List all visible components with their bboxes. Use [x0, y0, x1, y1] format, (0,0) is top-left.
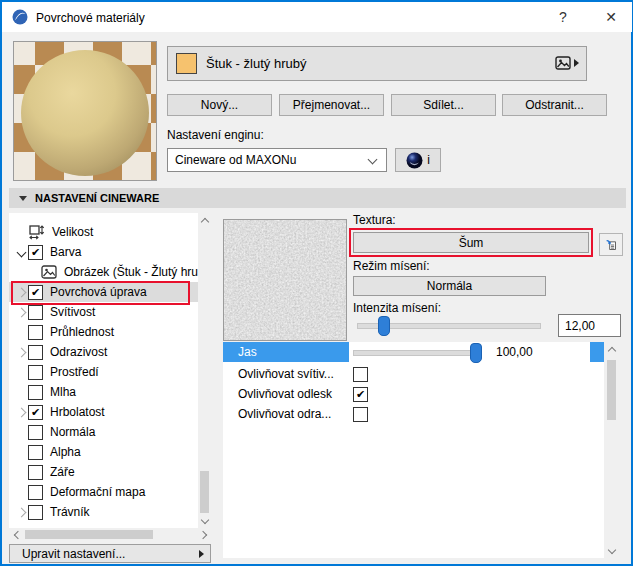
- tree-expander-icon[interactable]: [14, 309, 28, 316]
- edit-settings-button[interactable]: Upravit nastavení...: [9, 544, 211, 563]
- texture-shader-button[interactable]: Šum: [353, 232, 589, 253]
- property-label: Ovlivňovat odlesk: [238, 387, 332, 401]
- cineware-section-header[interactable]: NASTAVENÍ CINEWARE: [9, 188, 626, 208]
- property-checkbox-ovlivnovat-odrazivost[interactable]: [353, 407, 368, 422]
- tree-item-travnik[interactable]: Trávník: [9, 502, 198, 522]
- texture-property-list: Jas100,00Ovlivňovat svítiv...Ovlivňovat …: [223, 342, 604, 558]
- tree-item-label: Povrchová úprava: [50, 285, 147, 299]
- tree-checkbox-pruhlednost[interactable]: [28, 325, 43, 340]
- help-button[interactable]: ?: [542, 2, 584, 32]
- tree-horizontal-scrollbar[interactable]: [9, 528, 211, 541]
- texture-menu-button[interactable]: [599, 233, 623, 256]
- tree-checkbox-alpha[interactable]: [28, 445, 43, 460]
- texture-preview[interactable]: [223, 219, 347, 341]
- engine-settings-label: Nastavení enginu:: [167, 128, 264, 142]
- tree-item-obrazek[interactable]: Obrázek (Štuk - Žlutý hru: [9, 262, 198, 282]
- tree-item-svitivost[interactable]: Svítivost: [9, 302, 198, 322]
- jas-slider-track[interactable]: [353, 350, 482, 356]
- properties-vertical-scrollbar[interactable]: [604, 342, 619, 558]
- material-preview[interactable]: [13, 41, 157, 181]
- tree-expander-icon[interactable]: [14, 509, 28, 516]
- tree-checkbox-prostredi[interactable]: [28, 365, 43, 380]
- tree-item-prostredi[interactable]: Prostředí: [9, 362, 198, 382]
- tree-expander-icon[interactable]: [14, 249, 28, 256]
- blend-mode-button[interactable]: Normála: [353, 276, 546, 296]
- flyout-arrow-icon: [574, 59, 579, 67]
- material-color-swatch: [176, 53, 197, 74]
- tree-checkbox-povrchova-uprava[interactable]: ✔: [28, 285, 43, 300]
- tree-item-label: Hrbolatost: [50, 405, 105, 419]
- tree-item-odrazivost[interactable]: Odrazivost: [9, 342, 198, 362]
- title-bar[interactable]: Povrchové materiály ? ✕: [2, 2, 633, 32]
- tree-checkbox-hrbolatost[interactable]: ✔: [28, 405, 43, 420]
- tree-item-label: Mlha: [50, 385, 76, 399]
- property-checkbox-ovlivnovat-svitivost[interactable]: [353, 367, 368, 382]
- tree-checkbox-travnik[interactable]: [28, 505, 43, 520]
- property-checkbox-ovlivnovat-odlesk[interactable]: ✔: [353, 387, 368, 402]
- property-row-ovlivnovat-odlesk[interactable]: Ovlivňovat odlesk✔: [223, 384, 604, 404]
- tree-item-pruhlednost[interactable]: Průhlednost: [9, 322, 198, 342]
- tree-item-barva[interactable]: ✔Barva: [9, 242, 198, 262]
- tree-checkbox-svitivost[interactable]: [28, 305, 43, 320]
- delete-button[interactable]: Odstranit...: [502, 94, 607, 116]
- tree-checkbox-normala[interactable]: [28, 425, 43, 440]
- tree-expander-icon[interactable]: [14, 409, 28, 416]
- chevron-down-icon: [368, 155, 378, 165]
- property-row-ovlivnovat-odrazivost[interactable]: Ovlivňovat odra...: [223, 404, 604, 424]
- blend-mode-label: Režim mísení:: [353, 259, 430, 273]
- property-row-jas[interactable]: Jas100,00: [223, 342, 604, 362]
- material-name-field[interactable]: Štuk - žlutý hrubý: [167, 46, 587, 81]
- jas-value: 100,00: [496, 345, 533, 359]
- tree-item-label: Prostředí: [50, 365, 99, 379]
- rename-button[interactable]: Přejmenovat...: [279, 94, 384, 116]
- texture-label: Textura:: [353, 213, 396, 227]
- window-title: Povrchové materiály: [36, 11, 145, 25]
- tree-vertical-scrollbar[interactable]: [198, 213, 211, 528]
- tree-item-povrchova-uprava[interactable]: ✔Povrchová úprava: [9, 282, 198, 302]
- share-button[interactable]: Sdílet...: [391, 94, 496, 116]
- tree-checkbox-barva[interactable]: ✔: [28, 245, 43, 260]
- tree-item-deformacni-mapa[interactable]: Deformační mapa: [9, 482, 198, 502]
- tree-item-hrbolatost[interactable]: ✔Hrbolatost: [9, 402, 198, 422]
- intensity-value-field[interactable]: 12,00: [558, 314, 621, 337]
- surface-materials-dialog: Povrchové materiály ? ✕ Štuk - žlutý hru…: [0, 0, 633, 566]
- flyout-arrow-icon: [199, 550, 204, 558]
- tree-item-mlha[interactable]: Mlha: [9, 382, 198, 402]
- tree-item-label: Velikost: [52, 225, 93, 239]
- size-icon: [28, 224, 45, 240]
- engine-selected-value: Cineware od MAXONu: [175, 153, 296, 167]
- image-icon: [555, 56, 571, 70]
- tree-item-label: Odrazivost: [50, 345, 107, 359]
- tree-checkbox-deformacni-mapa[interactable]: [28, 485, 43, 500]
- close-button[interactable]: ✕: [590, 2, 632, 32]
- engine-select[interactable]: Cineware od MAXONu: [167, 148, 387, 172]
- tree-checkbox-mlha[interactable]: [28, 385, 43, 400]
- property-label: Jas: [238, 345, 257, 359]
- new-button[interactable]: Nový...: [167, 94, 272, 116]
- material-name: Štuk - žlutý hrubý: [206, 56, 306, 71]
- tree-expander-icon[interactable]: [14, 349, 28, 356]
- selection-strip: [590, 342, 604, 362]
- tree-checkbox-zare[interactable]: [28, 465, 43, 480]
- tree-checkbox-odrazivost[interactable]: [28, 345, 43, 360]
- tree-item-label: Alpha: [50, 445, 81, 459]
- channel-tree: Velikost✔BarvaObrázek (Štuk - Žlutý hru✔…: [9, 213, 198, 528]
- tree-item-velikost[interactable]: Velikost: [9, 222, 198, 242]
- image-icon: [41, 265, 57, 279]
- info-label: i: [427, 153, 430, 167]
- tree-item-normala[interactable]: Normála: [9, 422, 198, 442]
- jas-slider-thumb[interactable]: [470, 343, 482, 363]
- tree-item-zare[interactable]: Záře: [9, 462, 198, 482]
- tree-item-alpha[interactable]: Alpha: [9, 442, 198, 462]
- tree-item-label: Normála: [50, 425, 95, 439]
- cinema4d-info-button[interactable]: i: [395, 148, 441, 172]
- intensity-slider-thumb[interactable]: [378, 316, 390, 336]
- tree-expander-icon[interactable]: [14, 289, 28, 296]
- property-label: Ovlivňovat svítiv...: [238, 367, 334, 381]
- section-title: NASTAVENÍ CINEWARE: [35, 192, 159, 204]
- jas-value-field[interactable]: 100,00: [491, 343, 590, 361]
- preview-sphere: [21, 50, 149, 176]
- property-row-ovlivnovat-svitivost[interactable]: Ovlivňovat svítiv...: [223, 364, 604, 384]
- intensity-value: 12,00: [565, 319, 595, 333]
- material-picker-icon[interactable]: [555, 56, 579, 70]
